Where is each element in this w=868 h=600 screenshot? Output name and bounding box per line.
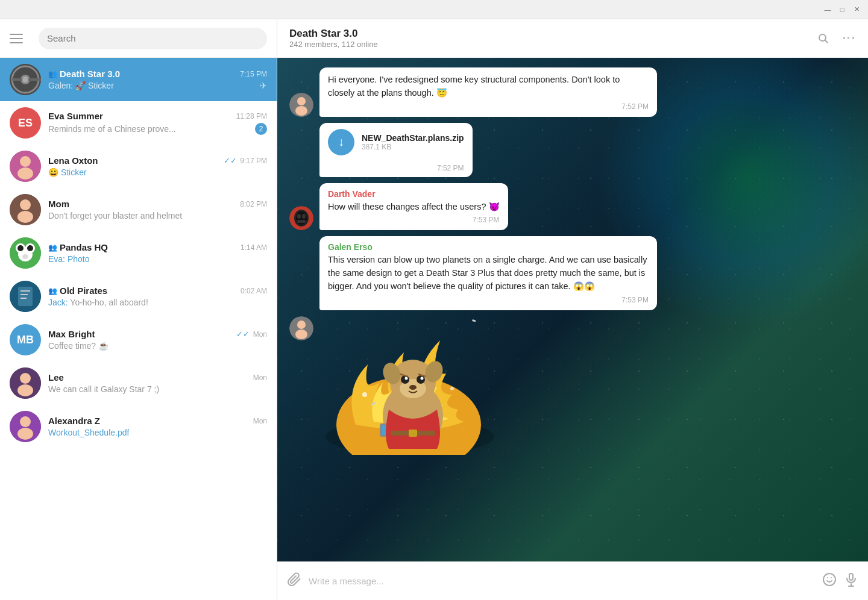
- chat-name-old-pirates: 👥 Old Pirates: [48, 286, 107, 296]
- chat-name-alexandra-z: Alexandra Z: [48, 416, 100, 426]
- chat-header-name: Death Star 3.0: [289, 28, 378, 40]
- send-arrow-icon: ✈: [260, 81, 267, 90]
- svg-point-44: [295, 330, 307, 339]
- file-info: NEW_DeathStar.plans.zip 387.1 KB: [362, 133, 464, 151]
- message-input-bar: [277, 561, 868, 600]
- chat-info-death-star: 👥 Death Star 3.0 7:15 PM Galen: 🚀 Sticke…: [48, 69, 267, 90]
- svg-point-4: [22, 77, 28, 83]
- message-time-3: 7:53 PM: [328, 216, 500, 224]
- file-download-icon[interactable]: ↓: [328, 129, 354, 155]
- chat-info-lena-oxton: Lena Oxton ✓✓ 9:17 PM 😀 Sticker: [48, 155, 267, 177]
- message-text-4: This version can blow up two planets on …: [328, 254, 649, 293]
- chat-item-old-pirates[interactable]: 👥 Old Pirates 0:02 AM Jack: Yo-ho-ho, al…: [0, 275, 277, 318]
- message-row-3: Darth Vader How will these changes affec…: [289, 183, 856, 231]
- double-check-max: ✓✓: [236, 330, 250, 339]
- search-box[interactable]: [39, 28, 267, 49]
- chat-time-old-pirates: 0:02 AM: [241, 287, 267, 295]
- chat-header-info: Death Star 3.0 242 members, 112 online: [289, 28, 378, 49]
- chat-time-pandas-hq: 1:14 AM: [241, 243, 267, 252]
- svg-point-27: [20, 416, 31, 427]
- svg-rect-22: [20, 298, 27, 299]
- chat-time-death-star: 7:15 PM: [240, 70, 267, 78]
- svg-point-33: [295, 106, 307, 116]
- chat-preview-lena-oxton: 😀 Sticker: [48, 167, 87, 177]
- avatar-max-bright: MB: [10, 324, 41, 355]
- svg-rect-50: [472, 319, 476, 322]
- message-input[interactable]: [309, 576, 815, 586]
- sticker-bubble: [319, 316, 500, 457]
- hamburger-button[interactable]: [10, 29, 29, 48]
- svg-point-59: [421, 377, 424, 380]
- chat-item-mom[interactable]: Mom 8:02 PM Don't forget your blaster an…: [0, 188, 277, 231]
- svg-point-10: [17, 211, 33, 223]
- svg-rect-21: [20, 294, 28, 295]
- chat-item-pandas-hq[interactable]: 👥 Pandas HQ 1:14 AM Eva: Photo: [0, 231, 277, 275]
- svg-point-32: [297, 97, 306, 105]
- chat-item-max-bright[interactable]: MB Max Bright ✓✓ Mon Coffee time? ☕: [0, 318, 277, 361]
- file-name: NEW_DeathStar.plans.zip: [362, 133, 464, 143]
- chat-name-eva-summer: Eva Summer: [48, 111, 103, 121]
- messages-area[interactable]: Hi everyone. I've redesigned some key st…: [277, 58, 868, 561]
- svg-point-28: [17, 428, 33, 440]
- svg-point-56: [401, 375, 409, 384]
- maximize-button[interactable]: □: [838, 5, 846, 14]
- chat-preview-pandas-hq: Eva: Photo: [48, 254, 90, 264]
- search-input[interactable]: [47, 33, 259, 43]
- chat-info-lee: Lee Mon We can call it Galaxy Star 7 ;): [48, 372, 267, 394]
- file-bubble[interactable]: ↓ NEW_DeathStar.plans.zip 387.1 KB: [319, 123, 473, 161]
- chat-time-lee: Mon: [253, 373, 267, 382]
- svg-point-39: [302, 214, 306, 219]
- chat-main: Death Star 3.0 242 members, 112 online ⋮: [277, 19, 868, 600]
- chat-header-status: 242 members, 112 online: [289, 40, 378, 49]
- message-bubble-2[interactable]: ↓ NEW_DeathStar.plans.zip 387.1 KB 7:52 …: [319, 123, 473, 177]
- chat-info-alexandra-z: Alexandra Z Mon Workout_Shedule.pdf: [48, 416, 267, 437]
- svg-point-43: [297, 320, 306, 329]
- app-container: 👥 Death Star 3.0 7:15 PM Galen: 🚀 Sticke…: [0, 19, 868, 600]
- message-sender-3: Darth Vader: [328, 189, 500, 199]
- chat-preview-old-pirates: Jack: Yo-ho-ho, all aboard!: [48, 298, 148, 307]
- file-size: 387.1 KB: [362, 143, 464, 151]
- chat-preview-row: Galen: 🚀 Sticker ✈: [48, 81, 267, 90]
- chat-item-lee[interactable]: Lee Mon We can call it Galaxy Star 7 ;): [0, 361, 277, 405]
- avatar-old-pirates: [10, 281, 41, 312]
- avatar-mom: [10, 194, 41, 225]
- avatar-death-star: [10, 64, 41, 95]
- close-button[interactable]: ✕: [852, 5, 861, 14]
- svg-point-9: [20, 199, 31, 210]
- chat-time-eva-summer: 11:28 PM: [236, 112, 267, 120]
- message-bubble-1: Hi everyone. I've redesigned some key st…: [319, 67, 657, 117]
- avatar-eva-summer: ES: [10, 107, 41, 139]
- chat-item-lena-oxton[interactable]: Lena Oxton ✓✓ 9:17 PM 😀 Sticker: [0, 145, 277, 188]
- chat-info-mom: Mom 8:02 PM Don't forget your blaster an…: [48, 199, 267, 220]
- emoji-button[interactable]: [822, 572, 837, 590]
- chat-preview-mom: Don't forget your blaster and helmet: [48, 211, 182, 220]
- chat-time-mom: 8:02 PM: [240, 200, 267, 208]
- svg-point-24: [20, 373, 31, 384]
- message-time-4: 7:53 PM: [328, 296, 649, 304]
- msg-avatar-5: [289, 316, 313, 340]
- attach-button[interactable]: [287, 572, 301, 590]
- svg-point-69: [823, 573, 835, 586]
- message-time-2: 7:52 PM: [319, 164, 473, 177]
- chat-preview-eva-summer: Reminds me of a Chinese prove...: [48, 124, 176, 134]
- search-chat-button[interactable]: [817, 33, 829, 45]
- chat-item-eva-summer[interactable]: ES Eva Summer 11:28 PM Reminds me of a C…: [0, 101, 277, 145]
- minimize-button[interactable]: —: [823, 5, 832, 14]
- chat-preview-lee: We can call it Galaxy Star 7 ;): [48, 384, 159, 394]
- svg-point-47: [362, 392, 367, 397]
- chat-name-lena-oxton: Lena Oxton: [48, 155, 98, 166]
- more-options-button[interactable]: ⋮: [841, 31, 857, 46]
- avatar-alexandra-z: [10, 411, 41, 442]
- msg-avatar-3: [289, 206, 313, 230]
- message-text-1: Hi everyone. I've redesigned some key st…: [328, 73, 649, 100]
- chat-item-death-star[interactable]: 👥 Death Star 3.0 7:15 PM Galen: 🚀 Sticke…: [0, 58, 277, 101]
- mic-button[interactable]: [844, 572, 858, 590]
- message-row-2: ↓ NEW_DeathStar.plans.zip 387.1 KB 7:52 …: [289, 123, 856, 177]
- chat-preview-sender: Jack:: [48, 298, 68, 307]
- chat-name-death-star: 👥 Death Star 3.0: [48, 69, 120, 79]
- svg-point-15: [17, 245, 24, 251]
- chat-info-pandas-hq: 👥 Pandas HQ 1:14 AM Eva: Photo: [48, 242, 267, 264]
- chat-time-lena-oxton: ✓✓ 9:17 PM: [224, 156, 267, 165]
- chat-preview-max-bright: Coffee time? ☕: [48, 341, 108, 351]
- chat-item-alexandra-z[interactable]: Alexandra Z Mon Workout_Shedule.pdf: [0, 405, 277, 448]
